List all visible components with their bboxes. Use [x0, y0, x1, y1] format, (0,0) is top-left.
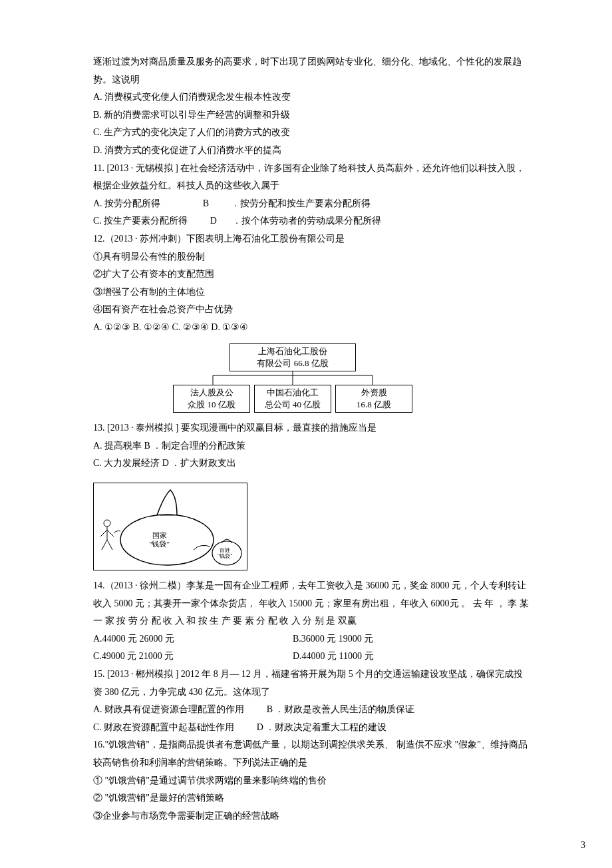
q11-opt-a: A. 按劳分配所得 — [93, 198, 160, 208]
q12-opts: A. ①②③ B. ①②④ C. ②③④ D. ①③④ — [93, 319, 532, 337]
q13-stem: 13. [2013 · 泰州模拟 ] 要实现漫画中的双赢目标，最直接的措施应当是 — [93, 419, 532, 437]
q12-stem: 12.（2013 · 苏州冲刺）下图表明上海石油化工股份有限公司是 — [93, 230, 532, 248]
page-number: 3 — [581, 837, 585, 851]
q11-opt-d-label: D — [210, 216, 217, 226]
svg-text:"钱袋": "钱袋" — [149, 540, 170, 548]
q15-opt-a: A. 财政具有促进资源合理配置的作用 — [93, 704, 244, 714]
q11-opt-b-label: B — [203, 198, 209, 208]
svg-point-7 — [104, 520, 110, 527]
q15-opt-b: B ．财政是改善人民生活的物质保证 — [267, 704, 415, 714]
q16-o1: ① "饥饿营销"是通过调节供求两端的量来影响终端的售价 — [93, 772, 532, 790]
intro-text: 逐渐过渡为对商品质量及服务的高要求，时下出现了团购网站专业化、细分化、地域化、个… — [93, 53, 532, 89]
q12-diagram: 上海石油化工股份 有限公司 66.8 亿股 法人股及公 众股 10 亿股 中国石… — [173, 343, 412, 413]
q15-opt-c: C. 财政在资源配置中起基础性作用 — [93, 722, 234, 732]
q10-opt-d: D. 消费方式的变化促进了人们消费水平的提高 — [93, 142, 532, 160]
q12-o1: ①具有明显公有性的股份制 — [93, 248, 532, 266]
q14-opt-a: A.44000 元 26000 元 — [93, 634, 174, 644]
diagram-cell-2: 中国石油化工 总公司 40 亿股 — [254, 385, 331, 413]
q10-opt-c: C. 生产方式的变化决定了人们的消费方式的改变 — [93, 124, 532, 142]
connector-lines — [173, 371, 412, 385]
q12-o3: ③增强了公有制的主体地位 — [93, 284, 532, 302]
q15-opt-d: D ．财政决定着重大工程的建设 — [257, 722, 387, 732]
q14-stem: 14.（2013 · 徐州二模）李某是一国有企业工程师，去年工资收入是 3600… — [93, 577, 532, 630]
cartoon-svg: 国家 "钱袋" 百姓 "钱袋" — [94, 483, 247, 570]
q11-opt-b-text: ．按劳分配和按生产要素分配所得 — [231, 198, 371, 208]
q13-opt-cd: C. 大力发展经济 D ．扩大财政支出 — [93, 455, 532, 473]
q13-cartoon: 国家 "钱袋" 百姓 "钱袋" — [93, 483, 532, 570]
q11-opt-d-text: ．按个体劳动者的劳动成果分配所得 — [232, 216, 381, 226]
q15-stem: 15. [2013 · 郴州模拟 ] 2012 年 8 月— 12 月，福建省将… — [93, 666, 532, 701]
svg-text:"钱袋": "钱袋" — [218, 553, 233, 559]
svg-text:百姓: 百姓 — [220, 547, 230, 553]
q12-o4: ④国有资产在社会总资产中占优势 — [93, 301, 532, 319]
diagram-cell-1: 法人股及公 众股 10 亿股 — [173, 385, 250, 413]
q14-opt-b: B.36000 元 19000 元 — [293, 634, 373, 644]
q11-stem: 11. [2013 · 无锡模拟 ] 在社会经济活动中，许多国有企业除了给科技人… — [93, 160, 532, 195]
q11-opt-c: C. 按生产要素分配所得 — [93, 216, 188, 226]
q14-opt-d: D.44000 元 11000 元 — [293, 651, 374, 661]
diagram-top-box: 上海石油化工股份 有限公司 66.8 亿股 — [230, 343, 356, 371]
q16-stem: 16."饥饿营销"，是指商品提供者有意调低产量， 以期达到调控供求关系、 制造供… — [93, 736, 532, 771]
q12-o2: ②扩大了公有资本的支配范围 — [93, 266, 532, 284]
svg-text:国家: 国家 — [152, 531, 167, 539]
q14-opt-c: C.49000 元 21000 元 — [93, 651, 174, 661]
diagram-cell-3: 外资股 16.8 亿股 — [335, 385, 412, 413]
q10-opt-b: B. 新的消费需求可以引导生产经营的调整和升级 — [93, 107, 532, 124]
q16-o2: ② "饥饿营销"是最好的营销策略 — [93, 789, 532, 807]
q10-opt-a: A. 消费模式变化使人们消费观念发生根本性改变 — [93, 89, 532, 107]
q16-o3: ③企业参与市场竞争需要制定正确的经营战略 — [93, 807, 532, 825]
q13-opt-ab: A. 提高税率 B ．制定合理的分配政策 — [93, 437, 532, 455]
